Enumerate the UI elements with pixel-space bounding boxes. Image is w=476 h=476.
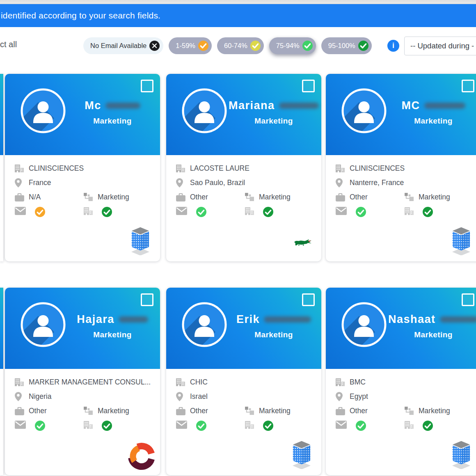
- card-select-checkbox[interactable]: [462, 80, 474, 92]
- briefcase-icon: [176, 407, 190, 415]
- score-filter-chip[interactable]: 60-74%: [217, 37, 264, 54]
- role-text: N/A: [29, 193, 41, 201]
- role-text: Other: [29, 407, 47, 415]
- redacted-last-name: [264, 316, 311, 323]
- no-email-filter-chip[interactable]: No Email Available: [83, 37, 163, 54]
- contact-name-block: Nashaat Marketing: [388, 313, 476, 339]
- contact-card[interactable]: MC Marketing CLINISCIENCES Nanterre, Fra…: [326, 74, 476, 261]
- contact-card[interactable]: Hajara Marketing MARKER MANAGEMENT CONSU…: [5, 288, 160, 475]
- contact-card-header: Mariana Marketing: [166, 74, 321, 155]
- org-chart-icon: [245, 407, 259, 415]
- card-select-checkbox[interactable]: [141, 293, 153, 306]
- contact-card-body: MARKER MANAGEMENT CONSUL... Nigeria Othe…: [5, 369, 160, 475]
- company-row: CLINISCIENCES: [336, 164, 476, 173]
- card-select-checkbox[interactable]: [141, 80, 153, 92]
- department-text: Marketing: [419, 407, 450, 415]
- contact-card-body: LACOSTE LAURE Sao Paulo, Brazil Other: [166, 155, 321, 261]
- company-check-building-icon: [84, 421, 93, 431]
- role-department-row: Other Marketing: [336, 193, 476, 201]
- location-row: Israel: [176, 392, 321, 401]
- redacted-last-name: [119, 316, 148, 323]
- close-icon[interactable]: [149, 41, 160, 51]
- company-logo-building: [129, 227, 152, 257]
- contact-card-body: CLINISCIENCES France N/A: [5, 155, 160, 261]
- no-email-chip-label: No Email Available: [90, 42, 146, 50]
- avatar: [341, 301, 387, 348]
- location-pin-icon: [336, 178, 350, 188]
- contact-card[interactable]: Mc Marketing CLINISCIENCES France: [5, 74, 160, 261]
- contact-card-header: Hajara Marketing: [5, 288, 160, 369]
- department-text: Marketing: [419, 193, 450, 201]
- select-all-label[interactable]: ct all: [0, 40, 17, 49]
- contact-card[interactable]: Erik Marketing CHIC Israel: [166, 288, 321, 475]
- location-row: Egypt: [336, 392, 476, 401]
- company-name: MARKER MANAGEMENT CONSUL...: [29, 378, 151, 387]
- department-text: Marketing: [98, 407, 129, 415]
- contact-card-header: Mc Marketing: [5, 74, 160, 155]
- contact-department-subtitle: Marketing: [388, 117, 476, 126]
- company-building-icon: [15, 165, 29, 172]
- company-check-building-icon: [405, 207, 414, 217]
- filter-chip-row: No Email Available 1-59% 60-74% 75-94% 9…: [83, 37, 372, 54]
- email-status-badge: [35, 421, 45, 431]
- notification-banner: identified according to your search fiel…: [0, 4, 476, 27]
- contact-card[interactable]: Nashaat Marketing BMC Egypt: [326, 288, 476, 475]
- contact-name-block: Mariana Marketing: [229, 99, 319, 126]
- score-filter-chip[interactable]: 1-59%: [169, 37, 212, 54]
- department-text: Marketing: [259, 193, 291, 201]
- role-text: Other: [190, 193, 208, 201]
- partial-card-left-row1[interactable]: [0, 74, 3, 261]
- contact-department-subtitle: Marketing: [388, 330, 476, 339]
- location-row: Nigeria: [15, 392, 160, 401]
- score-filter-chip[interactable]: 75-94%: [269, 37, 316, 54]
- contact-card-body: BMC Egypt Other Ma: [326, 369, 476, 475]
- company-row: BMC: [336, 378, 476, 387]
- company-check-building-icon: [405, 421, 414, 431]
- card-select-checkbox[interactable]: [462, 293, 474, 306]
- location-text: Sao Paulo, Brazil: [190, 178, 245, 187]
- contact-card-header: Nashaat Marketing: [326, 288, 476, 369]
- location-text: Nigeria: [29, 392, 51, 401]
- company-name: BMC: [350, 378, 366, 387]
- company-building-icon: [176, 378, 190, 386]
- contact-card[interactable]: Mariana Marketing LACOSTE LAURE Sao Paul…: [166, 74, 321, 261]
- browser-chrome-sliver: [0, 0, 476, 4]
- company-building-icon: [336, 378, 350, 386]
- role-text: Other: [350, 407, 368, 415]
- company-logo-building: [450, 227, 473, 257]
- company-name: CLINISCIENCES: [350, 164, 405, 173]
- company-row: LACOSTE LAURE: [176, 164, 321, 173]
- banner-text: identified according to your search fiel…: [1, 11, 160, 21]
- role-department-row: Other Marketing: [15, 407, 160, 415]
- company-check-building-icon: [84, 207, 93, 217]
- contact-first-name: Erik: [236, 313, 260, 326]
- email-status-badge: [196, 207, 206, 217]
- partial-card-left-row2[interactable]: [0, 288, 3, 475]
- email-icon: [15, 207, 26, 217]
- contact-department-subtitle: Marketing: [67, 117, 158, 126]
- org-chart-icon: [245, 193, 259, 201]
- contact-search-screen: identified according to your search fiel…: [0, 0, 476, 476]
- company-status-badge: [263, 207, 273, 217]
- company-status-badge: [423, 421, 433, 431]
- updated-during-dropdown-value: -- Updated during -: [410, 41, 474, 50]
- card-select-checkbox[interactable]: [302, 80, 315, 92]
- email-status-badge: [35, 207, 45, 217]
- avatar: [181, 87, 228, 134]
- company-logo-crocodile: [293, 238, 312, 249]
- contact-name-block: Hajara Marketing: [67, 313, 158, 339]
- info-icon[interactable]: i: [387, 40, 399, 52]
- status-row: [176, 207, 321, 217]
- updated-during-dropdown[interactable]: -- Updated during -: [404, 37, 476, 55]
- contact-card-body: CHIC Israel Other: [166, 369, 321, 475]
- org-chart-icon: [84, 407, 98, 415]
- partial-card-header: [0, 288, 3, 369]
- card-select-checkbox[interactable]: [302, 293, 315, 306]
- avatar: [341, 87, 387, 134]
- role-department-row: Other Marketing: [176, 193, 321, 201]
- briefcase-icon: [336, 407, 350, 415]
- contact-card-body: CLINISCIENCES Nanterre, France Other: [326, 155, 476, 261]
- score-filter-chip[interactable]: 95-100%: [321, 37, 372, 54]
- company-building-icon: [336, 165, 350, 172]
- department-text: Marketing: [98, 193, 129, 201]
